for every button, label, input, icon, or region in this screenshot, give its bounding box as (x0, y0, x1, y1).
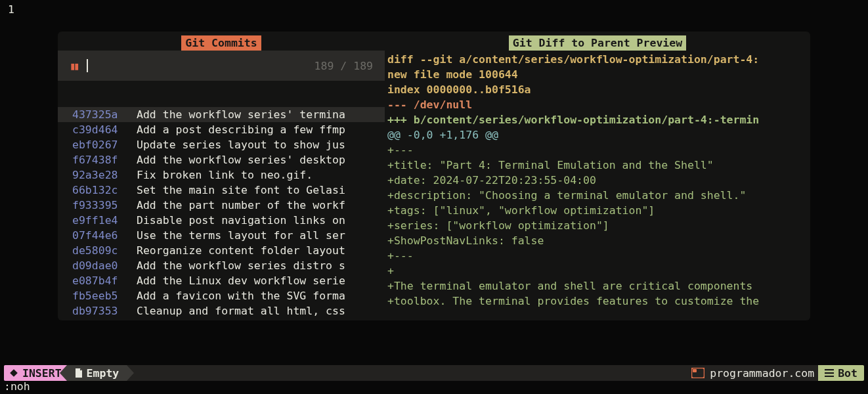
diff-line: --- /dev/null (385, 97, 810, 112)
commit-message: Reorganize content folder layout (137, 243, 345, 258)
line-number-gutter: 1 (8, 2, 14, 17)
vim-icon (9, 368, 18, 378)
commit-row[interactable]: 07f44e6Use the terms layout for all ser (58, 228, 385, 243)
commit-row[interactable]: de5809cReorganize content folder layout (58, 243, 385, 258)
commit-message: Cleanup and format all html, css (137, 303, 345, 318)
diff-line: + (385, 263, 810, 278)
commit-row[interactable]: f67438fAdd the workflow series' desktop (58, 152, 385, 167)
branch-indicator: Empty (67, 365, 127, 381)
file-icon (75, 368, 83, 378)
commit-message: Use the terms layout for all ser (137, 228, 345, 243)
commit-hash: f67438f (72, 152, 129, 167)
git-diff-title: Git Diff to Parent Preview (509, 35, 686, 51)
window-icon (689, 365, 710, 381)
search-cursor (87, 59, 88, 72)
search-icon: ▮▮ (70, 58, 77, 74)
commit-hash: ebf0267 (72, 137, 129, 152)
commit-row[interactable]: d09dae0Add the workflow series distro s (58, 258, 385, 273)
diff-line: +--- (385, 142, 810, 158)
diff-line: +title: "Part 4: Terminal Emulation and … (385, 158, 810, 173)
diff-line: @@ -0,0 +1,176 @@ (385, 127, 810, 142)
commit-row[interactable]: fb5eeb5Add a favicon with the SVG forma (58, 288, 385, 303)
commit-message: Fix broken link to neo.gif. (137, 167, 313, 183)
commit-hash: 07f44e6 (72, 228, 129, 243)
result-count: 189 / 189 (315, 58, 373, 74)
commit-message: Add a post describing a few ffmp (137, 122, 345, 137)
commit-list[interactable]: 437325aAdd the workflow series' terminac… (58, 81, 385, 318)
commit-row[interactable]: 92a3e28Fix broken link to neo.gif. (58, 167, 385, 183)
diff-line: +description: "Choosing a terminal emula… (385, 188, 810, 203)
diff-line: +ShowPostNavLinks: false (385, 233, 810, 248)
diff-body[interactable]: diff --git a/content/series/workflow-opt… (385, 51, 810, 309)
command-line[interactable]: :noh (4, 379, 30, 394)
commit-message: Disable post navigation links on (137, 213, 345, 228)
url-text: programmador.com (710, 365, 818, 381)
svg-rect-3 (825, 372, 834, 374)
diff-line: new file mode 100644 (385, 67, 810, 82)
commit-hash: 66b132c (72, 183, 129, 198)
svg-rect-4 (825, 376, 834, 377)
commit-row[interactable]: 437325aAdd the workflow series' termina (58, 107, 385, 122)
commit-message: Add the part number of the workf (137, 198, 345, 213)
commit-row[interactable]: f933395Add the part number of the workf (58, 198, 385, 213)
diff-line: +--- (385, 248, 810, 263)
fzf-popup: Git Commits ▮▮ 189 / 189 437325aAdd the … (58, 32, 810, 320)
diff-line: +date: 2024-07-22T20:23:55-04:00 (385, 173, 810, 188)
lines-icon (825, 369, 834, 377)
position-indicator: Bot (818, 365, 864, 381)
commit-hash: e9ff1e4 (72, 213, 129, 228)
diff-line: +++ b/content/series/workflow-optimizati… (385, 112, 810, 127)
svg-rect-1 (693, 369, 697, 372)
branch-text: Empty (87, 366, 119, 381)
commit-hash: 92a3e28 (72, 167, 129, 183)
commit-message: Set the main site font to Gelasi (137, 183, 345, 198)
commit-row[interactable]: e9ff1e4Disable post navigation links on (58, 213, 385, 228)
commit-message: Add a favicon with the SVG forma (137, 288, 345, 303)
commit-hash: fb5eeb5 (72, 288, 129, 303)
diff-line: +toolbox. The terminal provides features… (385, 294, 810, 309)
diff-line: +The terminal emulator and shell are cri… (385, 278, 810, 294)
commit-row[interactable]: 66b132cSet the main site font to Gelasi (58, 183, 385, 198)
commit-hash: de5809c (72, 243, 129, 258)
commit-hash: f933395 (72, 198, 129, 213)
commit-message: Add the workflow series' desktop (137, 152, 345, 167)
commit-row[interactable]: ebf0267Update series layout to show jus (58, 137, 385, 152)
commit-hash: e087b4f (72, 273, 129, 288)
search-bar[interactable]: ▮▮ 189 / 189 (58, 51, 385, 81)
diff-line: +series: ["workflow optimization"] (385, 218, 810, 233)
commit-row[interactable]: e087b4fAdd the Linux dev workflow serie (58, 273, 385, 288)
position-text: Bot (838, 366, 857, 381)
statusline: INSERT Empty programmador.com Bot (4, 365, 864, 381)
diff-line: diff --git a/content/series/workflow-opt… (385, 52, 810, 67)
commit-hash: db97353 (72, 303, 129, 318)
git-commits-title: Git Commits (181, 35, 261, 51)
git-diff-panel: Git Diff to Parent Preview diff --git a/… (385, 32, 810, 320)
commit-hash: c39d464 (72, 122, 129, 137)
commit-message: Add the workflow series distro s (137, 258, 345, 273)
commit-message: Add the workflow series' termina (137, 107, 345, 122)
commit-message: Add the Linux dev workflow serie (137, 273, 345, 288)
commit-hash: 437325a (72, 107, 129, 122)
diff-line: +tags: ["linux", "workflow optimization"… (385, 203, 810, 218)
commit-message: Update series layout to show jus (137, 137, 345, 152)
svg-rect-2 (825, 369, 834, 370)
commit-row[interactable]: db97353Cleanup and format all html, css (58, 303, 385, 318)
commit-row[interactable]: c39d464Add a post describing a few ffmp (58, 122, 385, 137)
diff-line: index 0000000..b0f516a (385, 82, 810, 97)
commit-hash: d09dae0 (72, 258, 129, 273)
git-commits-panel: Git Commits ▮▮ 189 / 189 437325aAdd the … (58, 32, 385, 320)
